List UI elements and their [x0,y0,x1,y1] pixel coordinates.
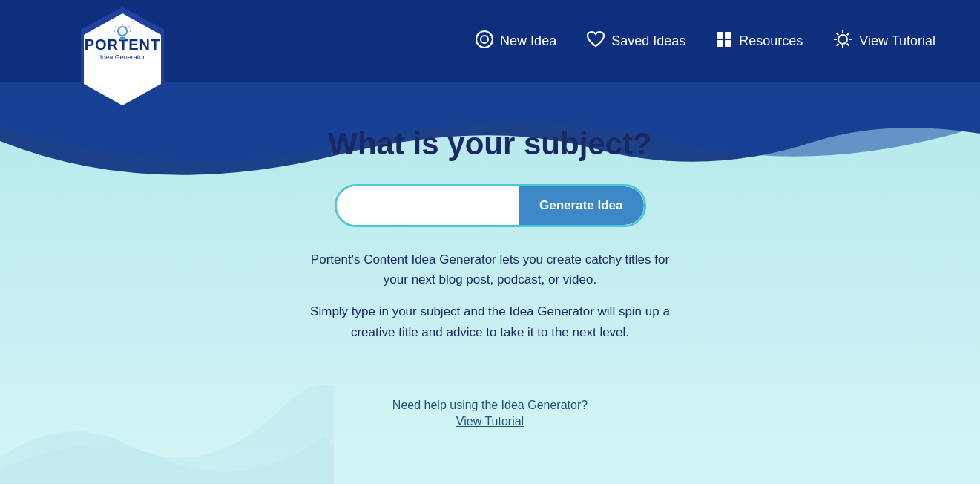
description-block: Portent's Content Idea Generator lets yo… [297,249,683,354]
help-text: Need help using the Idea Generator? [392,399,588,412]
svg-point-12 [481,36,488,43]
svg-point-11 [476,31,493,48]
svg-rect-16 [725,40,731,47]
svg-line-22 [837,33,839,36]
svg-line-24 [847,33,849,36]
description-2: Simply type in your subject and the Idea… [297,301,683,341]
svg-point-2 [118,27,127,36]
description-1: Portent's Content Idea Generator lets yo… [297,249,683,290]
new-idea-label: New Idea [500,33,556,49]
view-tutorial-link[interactable]: View Tutorial [456,415,524,428]
subject-input[interactable] [337,186,519,225]
svg-rect-15 [717,40,723,47]
nav-view-tutorial[interactable]: View Tutorial [832,29,935,53]
logo-text: PORTENT Idea Generator [74,37,171,61]
nav-new-idea[interactable]: New Idea [475,30,556,52]
main-content: What is your subject? Generate Idea Port… [0,82,980,428]
svg-rect-14 [725,32,731,39]
header: PORTENT Idea Generator [0,0,980,82]
svg-line-7 [116,27,117,28]
resources-icon [715,30,733,51]
resources-label: Resources [739,33,803,49]
new-idea-icon [475,30,494,52]
nav-saved-ideas[interactable]: Saved Ideas [586,30,685,51]
svg-line-25 [837,44,839,46]
tutorial-icon [832,29,853,53]
nav-resources[interactable]: Resources [715,30,803,51]
view-tutorial-label: View Tutorial [859,33,935,49]
svg-point-17 [838,35,847,44]
svg-line-8 [128,27,130,28]
generate-button[interactable]: Generate Idea [519,186,643,225]
help-section: Need help using the Idea Generator? View… [392,399,588,428]
brand-subtitle: Idea Generator [74,53,171,61]
page-title: What is your subject? [328,126,651,162]
bulb-icon [113,23,132,46]
svg-line-23 [847,44,849,46]
heart-icon [586,30,605,51]
search-bar: Generate Idea [335,184,646,227]
svg-rect-13 [717,32,723,39]
main-nav: New Idea Saved Ideas Resources [475,29,935,53]
saved-ideas-label: Saved Ideas [611,33,685,49]
